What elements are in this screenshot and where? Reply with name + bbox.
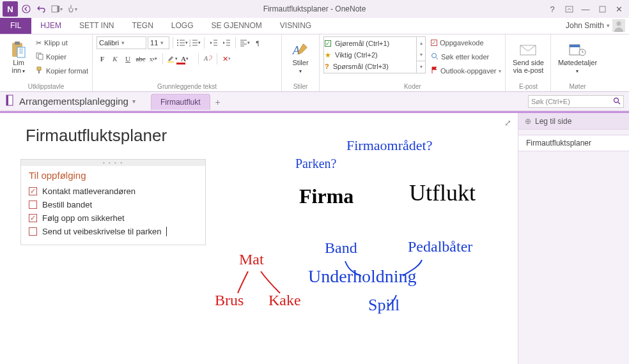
find-tags-button[interactable]: Søk etter koder: [431, 50, 501, 63]
ink-text[interactable]: Brus: [215, 292, 244, 309]
group-email: Send side via e-post E-post: [506, 34, 551, 91]
outlook-tasks-button[interactable]: Outlook-oppgaver▾: [431, 64, 501, 77]
svg-text:A: A: [203, 55, 208, 62]
ink-text[interactable]: Underholdning: [308, 266, 417, 287]
bold-button[interactable]: F: [97, 53, 108, 64]
svg-rect-12: [37, 67, 41, 70]
gallery-up[interactable]: ▴: [416, 37, 425, 49]
svg-rect-1: [52, 6, 58, 12]
meeting-details-button[interactable]: Møtedetaljer▾: [555, 36, 600, 79]
user-dropdown-icon: ▾: [607, 22, 610, 29]
gallery-more[interactable]: ▾: [416, 61, 425, 73]
container-grip[interactable]: • • • •: [21, 160, 205, 166]
search-input[interactable]: Søk (Ctrl+E): [528, 95, 624, 108]
todo-list: ✓ Kontakt matleverandøren Bestill bandet…: [21, 182, 205, 245]
font-name-combo[interactable]: Calibri▾: [97, 36, 146, 49]
quick-access-toolbar: N ▾ ▾: [0, 1, 79, 17]
tag-question[interactable]: ? Spørsmål (Ctrl+3): [325, 61, 424, 72]
svg-rect-8: [15, 42, 20, 45]
gallery-down[interactable]: ▾: [416, 49, 425, 60]
styles-button[interactable]: A Stiler▾: [286, 36, 315, 79]
paste-button[interactable]: Lim inn ▾: [4, 36, 33, 79]
notebook-name[interactable]: Arrangementsplanlegging: [19, 96, 128, 107]
close-button[interactable]: ✕: [611, 2, 626, 16]
italic-button[interactable]: K: [109, 53, 121, 64]
svg-text:3: 3: [189, 44, 191, 47]
underline-button[interactable]: U: [122, 53, 134, 64]
maximize-button[interactable]: [594, 2, 610, 16]
svg-text:A: A: [291, 43, 300, 56]
email-page-button[interactable]: Send side via e-post: [509, 36, 547, 79]
subscript-button[interactable]: x₂▾: [148, 53, 159, 64]
ink-text[interactable]: Firmaområdet?: [346, 137, 432, 154]
tag-gallery[interactable]: ✓ Gjøremål (Ctrl+1) ★ Viktig (Ctrl+2) ? …: [323, 36, 426, 73]
strike-button[interactable]: abc: [135, 53, 146, 64]
cut-button[interactable]: ✂ Klipp ut: [36, 36, 88, 49]
section-tab[interactable]: Firmautflukt: [151, 94, 210, 110]
file-tab[interactable]: FIL: [0, 17, 31, 34]
window-controls: ? — ✕: [545, 0, 626, 18]
ink-text[interactable]: Pedalbåter: [408, 238, 472, 255]
user-area[interactable]: John Smith ▾: [566, 19, 625, 32]
bullets-button[interactable]: ▾: [176, 37, 188, 49]
tag-todo[interactable]: ✓ Gjøremål (Ctrl+1): [325, 38, 424, 49]
todo-item[interactable]: Send ut veibeskrivelse til parken: [29, 225, 198, 238]
avatar: [612, 19, 625, 32]
ink-text[interactable]: Parken?: [295, 156, 336, 171]
todo-checkbox[interactable]: ✓: [29, 187, 37, 195]
expand-icon[interactable]: ⤢: [504, 118, 511, 128]
font-size-combo[interactable]: 11▾: [148, 36, 169, 49]
followup-container[interactable]: • • • • Til oppfølging ✓ Kontakt matleve…: [20, 159, 206, 245]
todo-checkbox[interactable]: ✓: [29, 214, 37, 222]
add-page-button[interactable]: ⊕ Leg til side: [518, 113, 629, 130]
tab-draw[interactable]: TEGN: [123, 17, 162, 34]
tag-important[interactable]: ★ Viktig (Ctrl+2): [325, 49, 424, 61]
clear-format-button[interactable]: A: [202, 53, 214, 64]
star-icon: ★: [325, 51, 331, 59]
add-section-button[interactable]: +: [210, 95, 226, 109]
ink-text[interactable]: Firma: [299, 185, 353, 208]
align-button[interactable]: ▾: [239, 37, 251, 49]
todo-item[interactable]: Bestill bandet: [29, 198, 198, 211]
svg-rect-2: [58, 6, 59, 12]
numbering-button[interactable]: 123▾: [189, 37, 201, 49]
todo-item[interactable]: ✓ Kontakt matleverandøren: [29, 185, 198, 198]
tab-view[interactable]: VISNING: [271, 17, 320, 34]
help-button[interactable]: ?: [545, 2, 560, 16]
todo-checkbox[interactable]: [29, 201, 37, 209]
notebook-dropdown-icon[interactable]: ▾: [132, 98, 136, 105]
ink-text[interactable]: Kake: [268, 292, 301, 309]
notebook-nav-icon[interactable]: [5, 95, 15, 108]
ink-text[interactable]: Mat: [239, 251, 264, 268]
todo-checkbox[interactable]: [29, 227, 37, 236]
undo-button[interactable]: [35, 2, 49, 16]
format-painter-button[interactable]: Kopier format: [36, 64, 88, 77]
paragraph-mark-button[interactable]: ¶: [252, 37, 263, 49]
page-canvas[interactable]: ⤢ Firmautfluktsplaner • • • • Til oppføl…: [0, 113, 518, 364]
tab-history[interactable]: LOGG: [162, 17, 203, 34]
svg-rect-9: [17, 47, 25, 57]
task-tag-button[interactable]: ✓ Oppgavekode: [431, 36, 501, 49]
page-title[interactable]: Firmautfluktsplaner: [26, 126, 167, 146]
tab-review[interactable]: SE GJENNOM: [203, 17, 271, 34]
todo-item[interactable]: ✓ Følg opp om sikkerhet: [29, 211, 198, 225]
indent-button[interactable]: [221, 37, 232, 49]
touch-mode-button[interactable]: ▾: [65, 2, 79, 16]
tab-insert[interactable]: SETT INN: [70, 17, 123, 34]
copy-button[interactable]: Kopier: [36, 50, 88, 63]
ink-text[interactable]: Utflukt: [409, 179, 476, 206]
ribbon-display-button[interactable]: [561, 2, 577, 16]
copy-icon: [36, 52, 43, 61]
outdent-button[interactable]: [208, 37, 219, 49]
back-button[interactable]: [19, 2, 33, 16]
svg-point-14: [177, 40, 178, 41]
svg-rect-29: [6, 95, 8, 105]
minimize-button[interactable]: —: [578, 2, 593, 16]
app-icon[interactable]: N: [3, 1, 18, 17]
tab-home[interactable]: HJEM: [31, 17, 70, 34]
ink-text[interactable]: Band: [325, 239, 357, 257]
ink-text[interactable]: Spill: [368, 296, 400, 315]
delete-button[interactable]: ✕▾: [221, 53, 232, 64]
dock-button[interactable]: ▾: [50, 2, 64, 16]
page-list-item[interactable]: Firmautfluktsplaner: [518, 135, 629, 151]
